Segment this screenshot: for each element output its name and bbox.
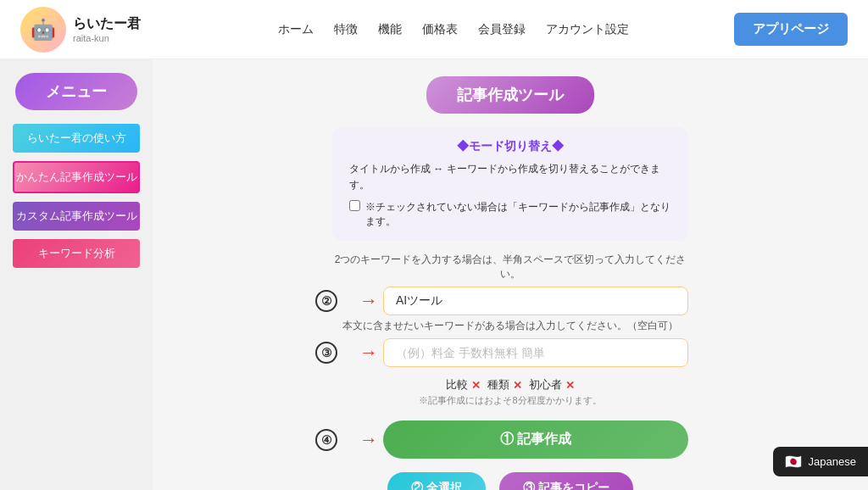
step4-row: ④ → ① 記事作成	[315, 414, 705, 465]
tag-beginner-label: 初心者	[529, 377, 562, 393]
tag-types: 種類 ✕	[487, 377, 522, 393]
logo-en: raita-kun	[73, 33, 141, 43]
mode-box: ◆モード切り替え◆ タイトルから作成 ↔ キーワードから作成を切り替えることがで…	[332, 127, 688, 241]
content-area: 記事作成ツール ◆モード切り替え◆ タイトルから作成 ↔ キーワードから作成を切…	[153, 59, 868, 490]
tag-compare-label: 比較	[446, 377, 468, 393]
sidebar-item-keyword-analysis[interactable]: キーワード分析	[13, 239, 140, 268]
tag-types-label: 種類	[487, 377, 509, 393]
main-layout: メニュー らいたー君の使い方 かんたん記事作成ツール カスタム記事作成ツール キ…	[0, 59, 868, 490]
step2-arrow: →	[359, 290, 378, 312]
mode-checkbox[interactable]	[349, 200, 360, 211]
bottom-buttons: ② 全選択 ③ 記事をコピー	[387, 472, 633, 490]
step3-row: ③ →	[315, 338, 705, 367]
step3-label: ③	[315, 342, 354, 364]
step4-number: ④	[315, 429, 337, 451]
nav-home[interactable]: ホーム	[278, 22, 314, 37]
sidebar-item-custom-article[interactable]: カスタム記事作成ツール	[13, 202, 140, 231]
nav-pricing[interactable]: 価格表	[422, 22, 458, 37]
step2-number: ②	[315, 290, 337, 312]
logo-icon: 🤖	[20, 7, 66, 53]
keyword-input-1[interactable]	[383, 287, 688, 315]
header: 🤖 らいたー君 raita-kun ホーム 特徴 機能 価格表 会員登録 アカウ…	[0, 0, 868, 59]
logo-area: 🤖 らいたー君 raita-kun	[20, 7, 173, 53]
language-label: Japanese	[809, 455, 856, 468]
nav: ホーム 特徴 機能 価格表 会員登録 アカウント設定	[173, 22, 734, 37]
step4-arrow: →	[359, 429, 378, 451]
create-article-button[interactable]: ① 記事作成	[383, 420, 688, 459]
page-title-button[interactable]: 記事作成ツール	[426, 76, 594, 114]
mode-checkbox-row: ※チェックされていない場合は「キーワードから記事作成」となります。	[349, 200, 671, 229]
mode-description: タイトルから作成 ↔ キーワードから作成を切り替えることができます。	[349, 161, 671, 193]
logo-text: らいたー君 raita-kun	[73, 15, 141, 43]
step2-row: ② →	[315, 287, 705, 315]
step2-label: ②	[315, 290, 354, 312]
keyword-input-2[interactable]	[383, 338, 688, 367]
tags-note: ※記事作成にはおよそ8分程度かかります。	[419, 394, 601, 407]
nav-account[interactable]: アカウント設定	[546, 22, 629, 37]
tag-compare: 比較 ✕	[446, 377, 481, 393]
mode-checkbox-label: ※チェックされていない場合は「キーワードから記事作成」となります。	[365, 200, 671, 229]
tag-compare-remove[interactable]: ✕	[471, 379, 481, 392]
sidebar: メニュー らいたー君の使い方 かんたん記事作成ツール カスタム記事作成ツール キ…	[0, 59, 153, 490]
nav-features[interactable]: 特徴	[334, 22, 358, 37]
tags-row: 比較 ✕ 種類 ✕ 初心者 ✕	[446, 377, 575, 393]
language-badge[interactable]: 🇯🇵 Japanese	[773, 447, 868, 476]
nav-register[interactable]: 会員登録	[478, 22, 526, 37]
menu-button[interactable]: メニュー	[15, 73, 137, 110]
step4-label: ④	[315, 429, 354, 451]
logo-jp: らいたー君	[73, 15, 141, 33]
mode-title: ◆モード切り替え◆	[349, 139, 671, 154]
select-all-button[interactable]: ② 全選択	[387, 472, 486, 490]
flag-icon: 🇯🇵	[785, 454, 802, 470]
app-page-button[interactable]: アプリページ	[734, 13, 848, 46]
copy-article-button[interactable]: ③ 記事をコピー	[499, 472, 633, 490]
hint-text-2: 本文に含ませたいキーワードがある場合は入力してください。（空白可）	[332, 319, 688, 333]
hint-text-1: 2つのキーワードを入力する場合は、半角スペースで区切って入力してください。	[332, 253, 688, 281]
sidebar-item-how-to-use[interactable]: らいたー君の使い方	[13, 124, 140, 153]
tag-beginner: 初心者 ✕	[529, 377, 575, 393]
step3-number: ③	[315, 342, 337, 364]
tag-beginner-remove[interactable]: ✕	[565, 379, 575, 392]
tag-types-remove[interactable]: ✕	[513, 379, 522, 392]
nav-functions[interactable]: 機能	[378, 22, 402, 37]
sidebar-item-easy-article[interactable]: かんたん記事作成ツール	[13, 161, 140, 193]
step3-arrow: →	[359, 342, 378, 364]
